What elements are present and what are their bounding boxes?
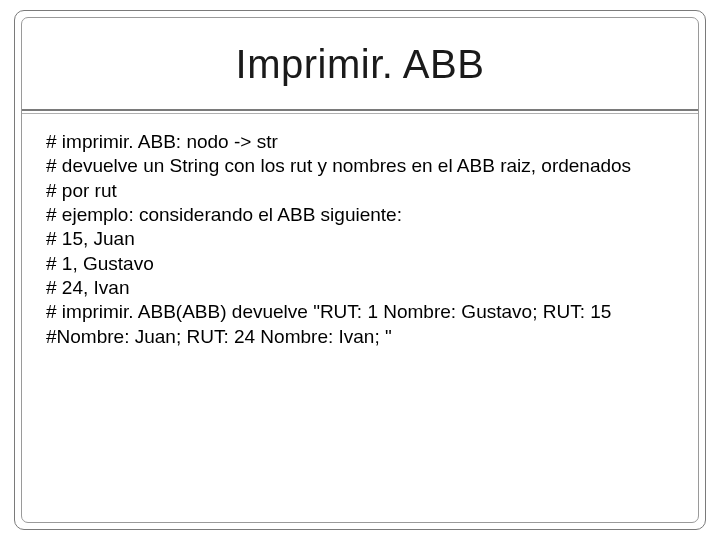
body-line: # por rut bbox=[46, 179, 674, 203]
body-line: #Nombre: Juan; RUT: 24 Nombre: Ivan; " bbox=[46, 325, 674, 349]
body-line: # 24, Ivan bbox=[46, 276, 674, 300]
slide-body: # imprimir. ABB: nodo -> str # devuelve … bbox=[22, 114, 698, 349]
body-line: # imprimir. ABB: nodo -> str bbox=[46, 130, 674, 154]
body-line: # imprimir. ABB(ABB) devuelve "RUT: 1 No… bbox=[46, 300, 674, 324]
body-line: # devuelve un String con los rut y nombr… bbox=[46, 154, 674, 178]
slide: Imprimir. ABB # imprimir. ABB: nodo -> s… bbox=[0, 0, 720, 540]
divider bbox=[22, 109, 698, 111]
body-line: # ejemplo: considerando el ABB siguiente… bbox=[46, 203, 674, 227]
slide-title: Imprimir. ABB bbox=[22, 42, 698, 87]
body-line: # 1, Gustavo bbox=[46, 252, 674, 276]
body-line: # 15, Juan bbox=[46, 227, 674, 251]
inner-frame: Imprimir. ABB # imprimir. ABB: nodo -> s… bbox=[21, 17, 699, 523]
outer-frame: Imprimir. ABB # imprimir. ABB: nodo -> s… bbox=[14, 10, 706, 530]
